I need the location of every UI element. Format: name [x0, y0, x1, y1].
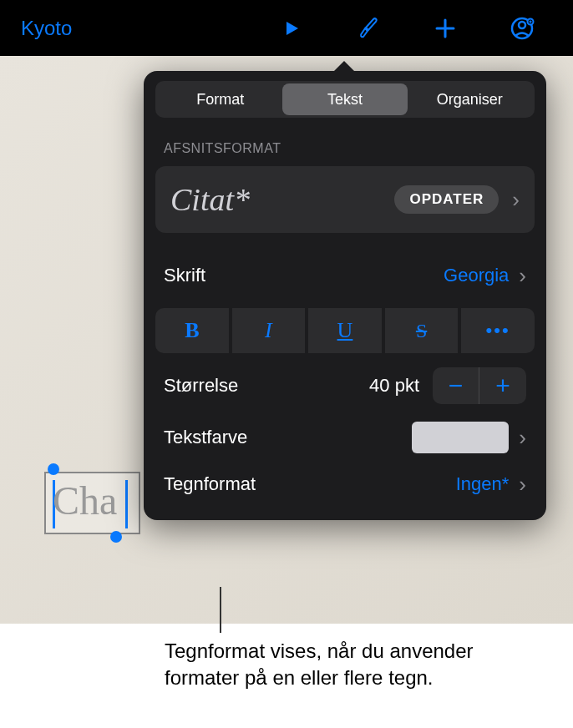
size-increase-button[interactable]: + — [479, 367, 526, 404]
text-color-label: Tekstfarve — [164, 427, 247, 448]
document-title[interactable]: Kyoto — [21, 17, 72, 40]
selection-handle-bottom[interactable] — [110, 531, 122, 543]
style-row-right: OPDATER › — [394, 185, 520, 214]
paragraph-style-row[interactable]: Citat* OPDATER › — [155, 166, 535, 233]
format-popover: Format Tekst Organiser AFSNITSFORMAT Cit… — [144, 71, 546, 520]
color-swatch[interactable] — [412, 422, 509, 453]
font-style-buttons: B I U S ••• — [155, 308, 535, 353]
popover-arrow — [332, 61, 356, 73]
tab-organize[interactable]: Organiser — [408, 83, 532, 115]
chevron-right-icon: › — [519, 425, 526, 451]
tab-format[interactable]: Format — [158, 83, 282, 115]
callout-text: Tegnformat vises, når du anvender format… — [165, 638, 482, 692]
size-label: Størrelse — [164, 375, 238, 397]
callout-line — [220, 587, 221, 633]
collaborate-icon[interactable] — [509, 15, 535, 42]
size-row: Størrelse 40 pkt − + — [144, 360, 546, 412]
text-color-value-group: › — [412, 422, 526, 453]
chevron-right-icon: › — [512, 187, 520, 213]
char-format-row[interactable]: Tegnformat Ingen* › — [144, 463, 546, 520]
size-stepper: − + — [433, 367, 526, 404]
char-format-value: Ingen* — [456, 473, 510, 495]
underline-button[interactable]: U — [308, 308, 382, 353]
selected-text-box[interactable]: Cha — [44, 472, 140, 534]
italic-button[interactable]: I — [232, 308, 306, 353]
selected-text: Cha — [46, 473, 139, 528]
format-brush-icon[interactable] — [355, 15, 382, 42]
size-value: 40 pkt — [369, 375, 419, 397]
font-value: Georgia — [444, 265, 509, 286]
size-decrease-button[interactable]: − — [433, 367, 479, 404]
char-format-value-group: Ingen* › — [456, 472, 526, 498]
tab-segment: Format Tekst Organiser — [155, 81, 535, 118]
style-name: Citat* — [170, 181, 250, 218]
font-value-group: Georgia › — [444, 263, 526, 289]
paragraph-format-label: AFSNITSFORMAT — [144, 118, 546, 166]
tab-text[interactable]: Tekst — [282, 83, 407, 115]
play-icon[interactable] — [278, 15, 305, 42]
add-icon[interactable] — [432, 15, 459, 42]
toolbar-actions — [278, 15, 535, 42]
text-color-row[interactable]: Tekstfarve › — [144, 412, 546, 463]
font-label: Skrift — [164, 265, 205, 286]
font-row[interactable]: Skrift Georgia › — [144, 250, 546, 301]
char-format-label: Tegnformat — [164, 473, 256, 495]
chevron-right-icon: › — [519, 263, 526, 289]
strikethrough-button[interactable]: S — [385, 308, 459, 353]
update-button[interactable]: OPDATER — [394, 185, 499, 214]
svg-point-1 — [519, 22, 525, 28]
chevron-right-icon: › — [519, 472, 526, 498]
bold-button[interactable]: B — [155, 308, 229, 353]
more-options-button[interactable]: ••• — [461, 308, 535, 353]
app-toolbar: Kyoto — [0, 0, 573, 56]
size-controls: 40 pkt − + — [369, 367, 526, 404]
